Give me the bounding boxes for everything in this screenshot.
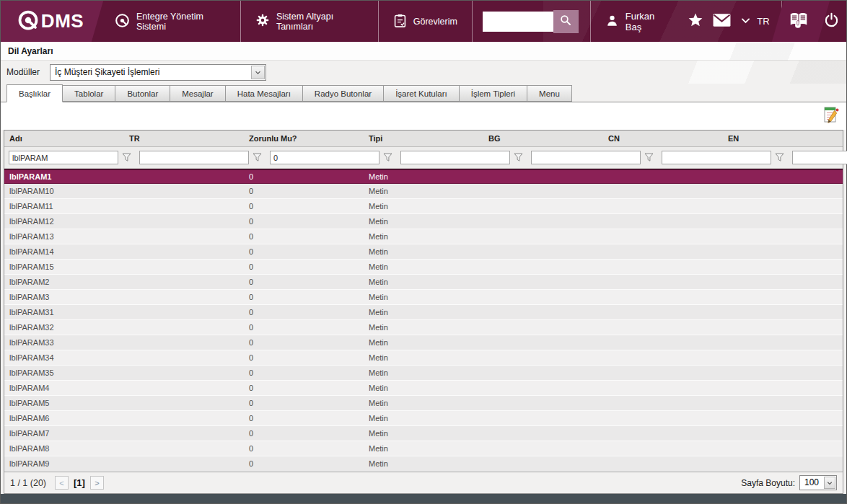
filter-cell [396,147,527,168]
table-row[interactable]: lblPARAM110Metin [4,199,843,214]
table-row[interactable]: lblPARAM60Metin [4,411,843,426]
table-row[interactable]: lblPARAM100Metin [4,184,843,199]
filter-funnel-icon[interactable] [251,151,263,164]
table-row[interactable]: lblPARAM80Metin [4,441,843,456]
menu-entegre-yonetim-sistemi[interactable]: Entegre Yönetim Sistemi [100,1,241,42]
cell-cn [603,441,723,456]
filter-funnel-icon[interactable] [512,151,524,164]
cell-required: 0 [244,214,364,229]
cell-bg [483,244,603,259]
cell-bg [483,381,603,395]
cell-type: Metin [364,396,483,410]
module-select-arrow[interactable] [251,66,265,79]
page-size-select[interactable]: 100 [799,475,837,490]
cell-required: 0 [244,229,364,244]
cell-bg [483,411,603,425]
cell-required: 0 [244,441,364,456]
tab-5[interactable]: Hata Mesajları [226,85,303,102]
tab-3[interactable]: Butonlar [115,85,170,102]
qdms-logo[interactable]: DMS [1,1,100,42]
cell-cn [603,350,723,365]
filter-input-bg[interactable] [531,151,641,164]
cell-name: lblPARAM6 [4,411,124,425]
filter-input-en[interactable] [792,151,847,164]
cell-tr [124,290,244,304]
cell-cn [603,290,723,304]
filter-input-tr[interactable] [139,151,249,164]
module-select[interactable]: İç Müşteri Şikayeti İşlemleri [50,64,266,81]
filter-funnel-icon[interactable] [643,151,654,164]
table-row[interactable]: lblPARAM10Metin [4,169,843,184]
column-header[interactable]: Zorunlu Mu? [244,131,364,146]
cell-bg [483,305,603,319]
filter-input-name[interactable] [9,151,118,164]
filter-input-type[interactable] [400,151,510,164]
search-button[interactable] [553,10,579,33]
cell-cn [603,214,723,229]
table-row[interactable]: lblPARAM70Metin [4,426,843,441]
star-icon [687,12,704,32]
column-header[interactable]: Tipi [364,131,483,146]
menu-gorevlerim[interactable]: Görevlerim [379,1,473,42]
user-menu[interactable]: Furkan Baş [591,1,683,42]
column-header[interactable]: BG [483,131,603,146]
current-page: [1] [74,477,85,488]
next-page-button[interactable]: > [90,476,104,490]
page-title: Dil Ayarları [8,46,53,56]
cell-required: 0 [244,411,364,425]
favorites-button[interactable] [683,1,709,42]
menu-sistem-altyapi-tanimlari[interactable]: Sistem Altyapı Tanımları [241,1,379,42]
table-row[interactable]: lblPARAM150Metin [4,260,843,275]
cell-en [723,305,843,319]
user-manual-button[interactable] [781,1,816,42]
filter-funnel-icon[interactable] [382,151,393,164]
table-row[interactable]: lblPARAM120Metin [4,214,843,229]
cell-type: Metin [364,275,483,289]
search-input[interactable] [483,12,553,32]
tab-2[interactable]: Tablolar [63,85,115,102]
tab-8[interactable]: İşlem Tipleri [460,85,527,102]
page-size-label: Sayfa Boyutu: [741,478,795,488]
cell-name: lblPARAM12 [4,214,124,229]
cell-bg [483,260,603,274]
cell-required: 0 [244,335,364,350]
module-selector-band: Modüller İç Müşteri Şikayeti İşlemleri [1,61,846,84]
table-row[interactable]: lblPARAM330Metin [4,335,843,350]
filter-input-cn[interactable] [662,151,771,164]
cell-cn [603,244,723,259]
tab-9[interactable]: Menu [527,85,572,102]
prev-page-button[interactable]: < [55,476,69,490]
table-row[interactable]: lblPARAM30Metin [4,290,843,305]
filter-funnel-icon[interactable] [773,151,785,164]
cell-tr [124,335,244,350]
tab-1[interactable]: Başlıklar [6,84,63,102]
cell-tr [124,381,244,395]
cell-tr [124,305,244,319]
messages-button[interactable] [709,1,736,42]
edit-translations-button[interactable] [820,106,841,126]
column-header[interactable]: Adı [4,131,124,146]
column-header[interactable]: CN [603,131,723,146]
cell-cn [603,381,723,395]
cell-type: Metin [364,411,483,425]
tab-4[interactable]: Mesajlar [170,85,225,102]
tab-6[interactable]: Radyo Butonlar [303,85,384,102]
table-row[interactable]: lblPARAM310Metin [4,305,843,320]
column-header[interactable]: TR [124,131,244,146]
table-row[interactable]: lblPARAM320Metin [4,320,843,335]
table-row[interactable]: lblPARAM40Metin [4,381,843,396]
page-size-arrow[interactable] [824,477,835,489]
tab-7[interactable]: İşaret Kutuları [384,85,460,102]
table-row[interactable]: lblPARAM50Metin [4,396,843,411]
table-row[interactable]: lblPARAM350Metin [4,366,843,381]
cell-type: Metin [364,381,483,395]
filter-funnel-icon[interactable] [120,151,132,164]
table-row[interactable]: lblPARAM340Metin [4,350,843,366]
cell-type: Metin [364,170,483,183]
table-row[interactable]: lblPARAM90Metin [4,456,843,472]
table-row[interactable]: lblPARAM140Metin [4,244,843,260]
filter-input-required[interactable] [270,151,379,164]
table-row[interactable]: lblPARAM130Metin [4,229,843,244]
table-row[interactable]: lblPARAM20Metin [4,275,843,290]
column-header[interactable]: EN [723,131,843,146]
